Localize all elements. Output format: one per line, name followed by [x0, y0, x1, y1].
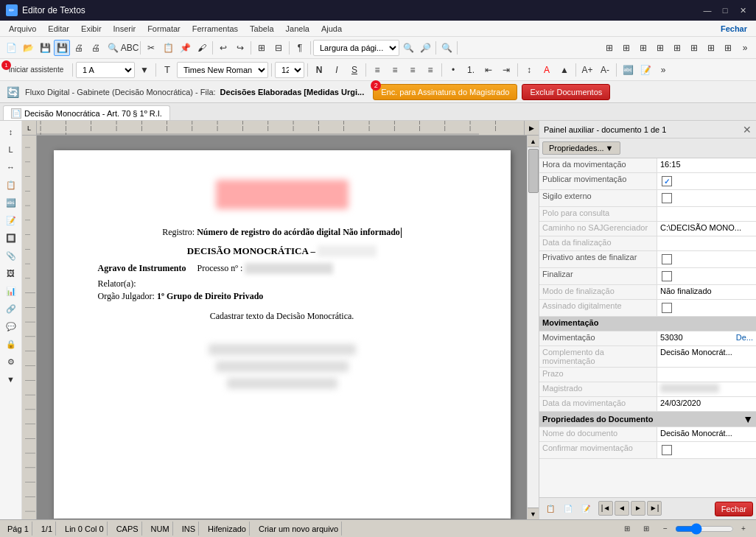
scroll-up-button[interactable]: ▲	[528, 136, 539, 147]
undo-button[interactable]: ↩	[215, 40, 231, 56]
nav-last-button[interactable]: ►|	[647, 501, 662, 516]
italic-button[interactable]: I	[329, 62, 345, 78]
left-btn-3[interactable]: ↔	[3, 159, 19, 175]
confirmar-checkbox[interactable]	[662, 445, 672, 455]
nav-next-button[interactable]: ►	[631, 501, 645, 516]
bold-button[interactable]: N	[311, 62, 327, 78]
finalizar-checkbox[interactable]	[662, 271, 672, 281]
print2-button[interactable]: 🖨	[88, 40, 104, 56]
copy-button[interactable]: 📋	[160, 40, 176, 56]
align-left-button[interactable]: ≡	[369, 62, 385, 78]
scroll-down-button[interactable]: ▼	[528, 508, 539, 519]
table-button[interactable]: ⊞	[253, 40, 270, 56]
status-num[interactable]: NUM	[148, 522, 173, 536]
left-btn-9[interactable]: 🖼	[3, 265, 19, 281]
line-spacing-button[interactable]: ↕	[521, 62, 537, 78]
panel-fechar-button[interactable]: Fechar	[715, 502, 753, 516]
save2-button[interactable]: 💾	[54, 40, 70, 56]
zoom-in-status[interactable]: +	[735, 521, 752, 537]
font-color-button[interactable]: A	[539, 62, 555, 78]
ruler-right-btn[interactable]: ▶	[524, 121, 539, 136]
left-btn-11[interactable]: 🔗	[3, 301, 19, 317]
extra-btn-1[interactable]: ⊞	[601, 40, 617, 56]
menu-ajuda[interactable]: Ajuda	[315, 23, 348, 35]
left-btn-2[interactable]: L	[3, 141, 19, 158]
sigilo-checkbox[interactable]	[662, 193, 672, 203]
left-btn-6[interactable]: 📝	[3, 212, 19, 228]
paragraph-button[interactable]: ¶	[292, 40, 308, 56]
list-num-button[interactable]: 1.	[463, 62, 479, 78]
open-button[interactable]: 📂	[20, 40, 36, 56]
props-doc-toggle[interactable]: ▼	[743, 413, 753, 425]
scroll-thumb[interactable]	[528, 149, 539, 193]
extra-btn-4[interactable]: ⊞	[652, 40, 668, 56]
maximize-button[interactable]: □	[718, 4, 732, 16]
extra-btn-3[interactable]: ⊞	[635, 40, 651, 56]
close-button[interactable]: ✕	[735, 4, 750, 16]
left-btn-12[interactable]: 💬	[3, 318, 19, 334]
enc-assinatura-button[interactable]: 2 Enc. para Assinatura do Magistrado	[373, 84, 517, 100]
find-button[interactable]: 🔍	[438, 40, 455, 56]
extra-btn-2[interactable]: ⊞	[618, 40, 634, 56]
properties-dropdown-button[interactable]: Propriedades... ▼	[542, 141, 620, 155]
format-paint-button[interactable]: 🖌	[194, 40, 210, 56]
menu-tabela[interactable]: Tabela	[244, 23, 279, 35]
publicar-checkbox[interactable]	[662, 176, 672, 186]
new-button[interactable]: 📄	[3, 40, 19, 56]
highlight-button[interactable]: ▲	[556, 62, 573, 78]
panel-icon-3[interactable]: 📝	[578, 501, 594, 517]
preview-button[interactable]: 🔍	[105, 40, 121, 56]
panel-icon-2[interactable]: 📄	[560, 501, 576, 517]
zoom-slider[interactable]	[675, 523, 734, 535]
left-btn-5[interactable]: 🔤	[3, 194, 19, 211]
panel-icon-1[interactable]: 📋	[542, 501, 559, 517]
nav-prev-button[interactable]: ◄	[615, 501, 629, 516]
zoom-minus-button[interactable]: 🔍	[400, 40, 416, 56]
cut-button[interactable]: ✂	[143, 40, 159, 56]
document-page[interactable]: Registro: Número de registro do acórdão …	[54, 150, 511, 519]
extra-btn-6[interactable]: ⊞	[686, 40, 702, 56]
status-caps[interactable]: CAPS	[113, 522, 142, 536]
left-btn-10[interactable]: 📊	[3, 283, 19, 299]
menu-ferramentas[interactable]: Ferramentas	[186, 23, 244, 35]
extra-btn-8[interactable]: ⊞	[720, 40, 736, 56]
status-ins[interactable]: INS	[179, 522, 199, 536]
menu-arquivo[interactable]: Arquivo	[3, 23, 42, 35]
left-btn-14[interactable]: ⚙	[3, 354, 19, 370]
menu-exibir[interactable]: Exibir	[75, 23, 108, 35]
extras-btn-3[interactable]: »	[655, 62, 671, 78]
text-size-decrease[interactable]: A-	[597, 62, 613, 78]
zoom-out-status[interactable]: −	[657, 521, 673, 537]
status-icon-1[interactable]: ⊞	[619, 521, 635, 537]
font-select[interactable]: Times New Roman	[177, 62, 268, 78]
menu-inserir[interactable]: Inserir	[108, 23, 142, 35]
style-select[interactable]: 1 A	[76, 62, 135, 78]
page-width-select[interactable]: Largura da pági...	[313, 40, 399, 56]
nav-first-button[interactable]: |◄	[598, 501, 613, 516]
zoom-plus-button[interactable]: 🔎	[417, 40, 433, 56]
align-justify-button[interactable]: ≡	[422, 62, 438, 78]
text-size-increase[interactable]: A+	[579, 62, 595, 78]
indent-right-button[interactable]: ⇥	[498, 62, 514, 78]
fechar-menu-button[interactable]: Fechar	[715, 23, 753, 35]
paste-button[interactable]: 📌	[177, 40, 193, 56]
menu-editar[interactable]: Editar	[42, 23, 75, 35]
print-button[interactable]: 🖨	[71, 40, 87, 56]
left-btn-1[interactable]: ↕	[3, 124, 19, 140]
vertical-scrollbar[interactable]: ▲ ▼	[527, 136, 539, 519]
left-btn-15[interactable]: ▼	[3, 371, 19, 387]
status-icon-2[interactable]: ⊞	[638, 521, 654, 537]
style-dropdown[interactable]: ▼	[136, 62, 153, 78]
assinado-checkbox[interactable]	[662, 303, 672, 313]
redo-button[interactable]: ↪	[232, 40, 248, 56]
extra-btn-7[interactable]: ⊞	[703, 40, 719, 56]
left-btn-7[interactable]: 🔲	[3, 230, 19, 246]
size-select[interactable]: 12	[275, 62, 304, 78]
spell-button[interactable]: ABC	[122, 40, 138, 56]
indent-left-button[interactable]: ⇤	[480, 62, 497, 78]
table2-button[interactable]: ⊟	[270, 40, 287, 56]
assistant-button[interactable]: 1 Iniciar assistente	[3, 62, 69, 78]
excluir-documentos-button[interactable]: Excluir Documentos	[522, 84, 610, 100]
status-novo-arquivo[interactable]: Criar um novo arquivo	[256, 522, 342, 536]
save-button[interactable]: 💾	[37, 40, 53, 56]
